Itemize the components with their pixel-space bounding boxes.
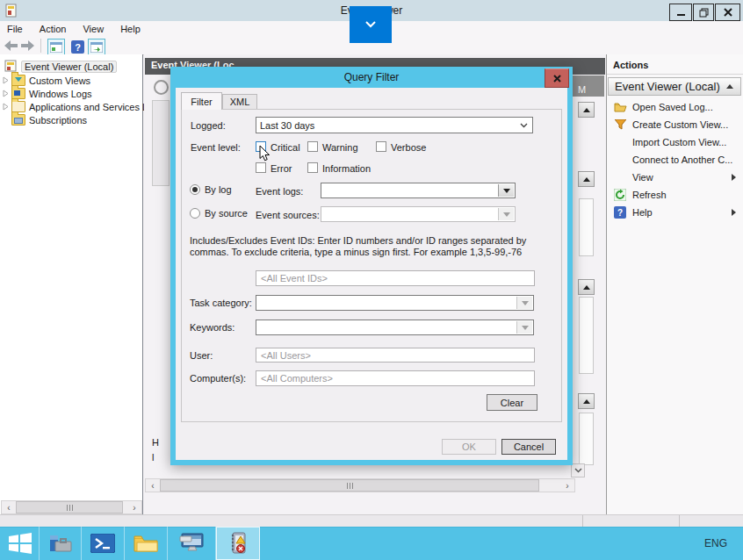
menu-view[interactable]: View — [76, 21, 111, 34]
action-open-saved-log[interactable]: Open Saved Log... — [608, 98, 741, 116]
event-ids-input[interactable]: <All Event IDs> — [256, 270, 535, 286]
warning-checkbox[interactable] — [307, 141, 318, 152]
by-log-label[interactable]: By log — [205, 184, 232, 195]
expander-icon[interactable] — [3, 102, 11, 112]
information-checkbox[interactable] — [307, 162, 318, 173]
action-item-label: Import Custom View... — [632, 137, 726, 147]
dialog-title-bar[interactable]: Query Filter — [170, 67, 573, 88]
action-help[interactable]: ? Help — [608, 204, 741, 221]
warning-label[interactable]: Warning — [322, 142, 358, 153]
chevron-up-icon — [583, 399, 590, 404]
dialog-close-button[interactable] — [545, 68, 569, 88]
scroll-down-button[interactable] — [571, 463, 585, 477]
section-collapse-button[interactable] — [578, 279, 595, 295]
filter-funnel-icon — [613, 119, 627, 130]
verbose-checkbox[interactable] — [376, 141, 386, 152]
tree-h-scrollbar[interactable]: ‹ › — [1, 500, 142, 514]
collapse-chevron-button[interactable] — [350, 6, 392, 43]
tree-item-label: Custom Views — [29, 75, 90, 86]
computer-placeholder: <All Computers> — [261, 373, 333, 384]
tree-h-scrollbar-thumb[interactable] — [16, 501, 123, 513]
critical-label[interactable]: Critical — [271, 142, 300, 153]
center-h-scrollbar-thumb[interactable] — [160, 479, 539, 492]
error-label[interactable]: Error — [271, 163, 292, 174]
taskbar-file-explorer[interactable] — [125, 527, 168, 560]
forward-button[interactable] — [21, 40, 34, 53]
verbose-label[interactable]: Verbose — [391, 142, 426, 153]
scroll-left-icon[interactable]: ‹ — [2, 501, 16, 513]
task-category-dropdown[interactable] — [256, 295, 534, 311]
menu-file[interactable]: File — [0, 21, 30, 34]
computer-monitor-icon — [178, 533, 205, 554]
taskbar-powershell[interactable] — [82, 527, 125, 560]
actions-pane-title: Actions — [613, 60, 648, 70]
cancel-button[interactable]: Cancel — [501, 439, 556, 455]
expander-icon[interactable] — [3, 89, 11, 99]
back-icon — [4, 40, 18, 51]
query-filter-dialog: Query Filter Filter XML Logged: Last 30 … — [170, 67, 573, 465]
event-ids-note: Includes/Excludes Event IDs: Enter ID nu… — [190, 235, 546, 258]
server-manager-icon — [49, 534, 72, 553]
tab-filter[interactable]: Filter — [181, 92, 222, 110]
start-button[interactable] — [9, 533, 32, 556]
minimize-button[interactable] — [669, 4, 692, 21]
taskbar-remote-desktop[interactable] — [168, 527, 216, 560]
tree-item-apps-services-logs[interactable]: Applications and Services Lo — [3, 100, 153, 113]
section-collapse-button[interactable] — [578, 393, 595, 409]
help-toolbar-button[interactable]: ? — [69, 39, 86, 55]
close-button[interactable] — [715, 4, 740, 21]
logged-label: Logged: — [191, 120, 226, 131]
partial-scroll-track — [579, 413, 594, 465]
expander-icon[interactable] — [3, 75, 11, 86]
collapse-up-icon[interactable] — [726, 84, 733, 89]
by-log-radio[interactable] — [190, 184, 200, 195]
help-icon: ? — [613, 206, 627, 219]
clear-button[interactable]: Clear — [487, 394, 537, 411]
partial-row-text: l — [152, 452, 154, 463]
event-level-label: Event level: — [191, 142, 241, 153]
restore-icon — [699, 8, 709, 18]
close-icon — [553, 75, 561, 83]
chevron-down-icon — [364, 21, 377, 28]
restore-button[interactable] — [693, 4, 714, 21]
section-collapse-button[interactable] — [578, 102, 595, 118]
taskbar-server-manager[interactable] — [39, 527, 82, 560]
back-button[interactable] — [4, 40, 18, 53]
scroll-left-icon[interactable]: ‹ — [146, 479, 160, 492]
window-bottom-edge — [0, 514, 743, 527]
submenu-arrow-icon — [732, 209, 736, 216]
by-source-label[interactable]: By source — [205, 208, 248, 219]
help-icon: ? — [71, 40, 84, 54]
taskbar-event-viewer-active[interactable] — [216, 527, 260, 560]
keywords-dropdown[interactable] — [256, 319, 534, 335]
action-view[interactable]: View — [608, 169, 741, 186]
center-h-scrollbar[interactable]: ‹ › — [145, 478, 575, 492]
action-create-custom-view[interactable]: Create Custom View... — [608, 116, 741, 133]
computer-input[interactable]: <All Computers> — [256, 370, 535, 386]
section-collapse-button[interactable] — [578, 171, 595, 187]
tree-root-event-viewer[interactable]: Event Viewer (Local) — [4, 60, 117, 73]
tree-item-label: Windows Logs — [29, 89, 92, 99]
information-label[interactable]: Information — [322, 163, 371, 174]
action-refresh[interactable]: Refresh — [608, 186, 741, 204]
tab-xml[interactable]: XML — [222, 94, 257, 110]
scroll-right-icon[interactable]: › — [127, 501, 141, 513]
show-action-pane-button[interactable] — [88, 39, 105, 55]
scroll-right-icon[interactable]: › — [560, 479, 574, 492]
action-import-custom-view[interactable]: Import Custom View... — [608, 133, 741, 151]
show-console-tree-button[interactable] — [47, 39, 65, 55]
file-explorer-icon — [133, 535, 158, 553]
tree-item-subscriptions[interactable]: Subscriptions — [11, 113, 87, 126]
action-item-label: Help — [632, 207, 653, 218]
dropdown-arrow-icon — [522, 301, 529, 305]
action-connect-another-computer[interactable]: Connect to Another C... — [608, 151, 741, 169]
language-indicator[interactable]: ENG — [704, 537, 727, 549]
menu-action[interactable]: Action — [32, 21, 74, 34]
logged-dropdown[interactable]: Last 30 days — [256, 117, 533, 133]
dropdown-button[interactable] — [498, 184, 514, 197]
event-logs-dropdown[interactable] — [321, 183, 516, 198]
by-source-radio[interactable] — [190, 208, 200, 219]
actions-section-header[interactable]: Event Viewer (Local) — [608, 77, 741, 96]
menu-help[interactable]: Help — [113, 21, 148, 34]
user-input[interactable]: <All Users> — [256, 348, 535, 363]
